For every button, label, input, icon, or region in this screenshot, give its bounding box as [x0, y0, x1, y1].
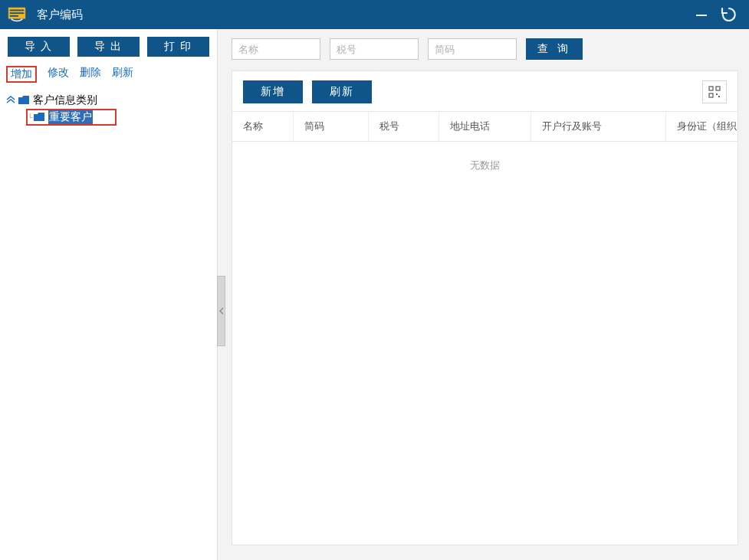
filter-tax-input[interactable]	[330, 38, 419, 60]
svg-rect-3	[10, 15, 18, 17]
app-logo	[6, 4, 28, 25]
th-idcard[interactable]: 身份证（组织	[666, 112, 738, 141]
tree-connector-icon: └	[28, 113, 32, 122]
refresh-button[interactable]: 刷新	[312, 80, 372, 103]
right-panel: 查 询 新增 刷新 名称 简码	[218, 29, 749, 560]
filter-name-input[interactable]	[232, 38, 320, 60]
data-card: 新增 刷新 名称 简码 税号 地址电话 开户行及	[232, 70, 738, 545]
svg-rect-4	[696, 15, 707, 16]
th-code[interactable]: 简码	[294, 112, 369, 141]
filter-code-input[interactable]	[428, 38, 517, 60]
tree-edit-link[interactable]: 修改	[48, 66, 69, 83]
svg-rect-5	[709, 87, 713, 90]
left-panel: 导 入 导 出 打 印 增加 修改 删除 刷新	[0, 29, 218, 560]
qrcode-icon[interactable]	[702, 80, 727, 103]
back-icon[interactable]	[718, 4, 740, 25]
print-button[interactable]: 打 印	[147, 37, 209, 57]
svg-rect-9	[718, 96, 720, 97]
no-data-text: 无数据	[232, 142, 738, 172]
folder-icon	[33, 112, 45, 123]
export-button[interactable]: 导 出	[77, 37, 140, 57]
tree-add-link[interactable]: 增加	[6, 66, 37, 83]
add-button[interactable]: 新增	[243, 80, 303, 103]
th-tax[interactable]: 税号	[369, 112, 439, 141]
collapse-icon[interactable]	[6, 96, 15, 106]
tree-root[interactable]: 客户信息类别	[6, 92, 211, 109]
tree-delete-link[interactable]: 删除	[80, 66, 101, 83]
th-addr[interactable]: 地址电话	[439, 112, 531, 141]
th-bank[interactable]: 开户行及账号	[531, 112, 666, 141]
svg-rect-7	[709, 93, 713, 97]
search-button[interactable]: 查 询	[526, 38, 583, 60]
window-title: 客户编码	[37, 8, 83, 22]
table-header: 名称 简码 税号 地址电话 开户行及账号 身份证（组织	[232, 111, 738, 142]
tree-refresh-link[interactable]: 刷新	[112, 66, 133, 83]
minimize-icon[interactable]	[691, 4, 712, 25]
import-button[interactable]: 导 入	[8, 37, 70, 57]
tree-child-label: 重要客户	[48, 110, 93, 124]
svg-rect-1	[10, 10, 25, 11]
titlebar: 客户编码	[0, 0, 749, 29]
tree-child[interactable]: └ 重要客户	[26, 109, 117, 126]
tree-root-label: 客户信息类别	[33, 93, 97, 107]
folder-icon	[18, 95, 30, 106]
tree: 客户信息类别 └ 重要客户	[0, 89, 217, 129]
svg-rect-6	[716, 87, 720, 90]
svg-rect-2	[10, 12, 25, 14]
th-name[interactable]: 名称	[232, 112, 294, 141]
panel-collapse-handle[interactable]	[217, 276, 225, 346]
svg-rect-8	[716, 93, 718, 95]
